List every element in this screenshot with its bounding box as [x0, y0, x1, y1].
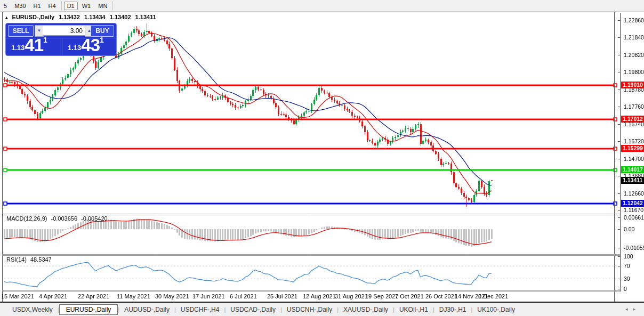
collapse-panel-icon[interactable]: ▴	[5, 15, 8, 20]
chart-tab-uk100-daily[interactable]: UK100-,Daily	[472, 304, 520, 315]
date-tick-label: 19 Sep 2021	[365, 293, 398, 299]
date-tick-label: 12 Aug 2021	[303, 293, 336, 299]
chart-tab-usdcnh-daily[interactable]: USDCNH-,Daily	[282, 304, 337, 315]
date-tick-label: 15 Mar 2021	[1, 293, 34, 299]
tab-scroll-right-icon[interactable]: ▸	[633, 306, 641, 312]
date-tick-label: 31 Aug 2021	[335, 293, 368, 299]
timeframe-toolbar: 5M30H1H4D1W1MN	[0, 0, 644, 12]
one-click-trading-panel: SELL ▼ 3.00 ▲ BUY 1.13411 1.13431	[5, 23, 117, 56]
rsi-value: 48.5347	[30, 256, 52, 263]
volume-input[interactable]: 3.00	[43, 25, 85, 36]
sell-price-display[interactable]: 1.13411	[7, 38, 62, 56]
date-tick-label: 6 Jul 2021	[230, 293, 257, 299]
macd-name: MACD(12,26,9)	[6, 215, 47, 222]
macd-main-value: -0.003656	[51, 215, 77, 222]
chart-tab-eurusd-daily[interactable]: EURUSD-,Daily	[59, 304, 118, 315]
buy-price-pips: 43	[81, 35, 100, 55]
date-tick-label: 22 Apr 2021	[78, 293, 109, 299]
price-tick-label: 1.12660	[624, 190, 644, 197]
rsi-name: RSI(14)	[6, 256, 27, 263]
price-tick-label: 1.17760	[624, 103, 644, 110]
ohlc-open: 1.13432	[59, 14, 80, 20]
level-price-label: 1.19010	[621, 82, 644, 88]
chart-tab-usdx-weekly[interactable]: USDX,Weekly	[7, 304, 58, 315]
date-tick-label: 2 Dec 2021	[478, 293, 508, 299]
timeframe-button-h4[interactable]: H4	[45, 2, 59, 10]
macd-tick-label: 0.00	[624, 226, 634, 232]
buy-price-prefix: 1.13	[68, 44, 81, 52]
macd-signal-value: -0.005420	[81, 215, 108, 222]
date-tick-label: 26 Oct 2021	[425, 293, 457, 299]
price-tick-label: 1.15720	[624, 138, 644, 144]
price-tick-label: 1.21840	[624, 34, 644, 40]
timeframe-button-5[interactable]: 5	[1, 2, 10, 10]
rsi-tick-label: 30	[624, 276, 630, 282]
timeframe-button-d1[interactable]: D1	[64, 2, 78, 10]
rsi-tick-label: 70	[624, 263, 630, 269]
chart-tab-xauusd-daily[interactable]: XAUUSD-,Daily	[339, 304, 393, 315]
price-tick-label: 1.22860	[624, 17, 644, 23]
price-tick-label: 1.14700	[624, 156, 644, 162]
price-tick-label: 1.11670	[624, 207, 643, 213]
buy-price-display[interactable]: 1.13431	[63, 38, 116, 56]
trading-terminal-window: 5M30H1H4D1W1MN ▴ EURUSD-,Daily 1.13432 1…	[0, 0, 644, 316]
timeframe-button-mn[interactable]: MN	[95, 2, 110, 10]
chart-ohlc-header: ▴ EURUSD-,Daily 1.13432 1.13434 1.13402 …	[5, 14, 159, 20]
macd-tick-label: 0.006611	[624, 214, 644, 221]
ohlc-low: 1.13402	[110, 14, 131, 20]
chart-tab-bar: USDX,Weekly|EURUSD-,Daily|AUDUSD-,Daily|…	[0, 303, 644, 316]
chart-tab-usdcad-daily[interactable]: USDCAD-,Daily	[226, 304, 280, 315]
buy-price-point: 1	[100, 36, 104, 44]
macd-tick-label: -0.010595	[624, 245, 644, 251]
rsi-tick-label: 0	[624, 286, 627, 292]
date-tick-label: 30 May 2021	[155, 293, 189, 299]
chart-symbol-label: EURUSD-,Daily	[12, 14, 54, 20]
price-tick-label: 1.20820	[624, 52, 644, 58]
timeframe-button-h1[interactable]: H1	[30, 2, 44, 10]
date-tick-label: 4 Apr 2021	[39, 293, 67, 299]
chart-tab-dj30-h1[interactable]: DJ30-,H1	[434, 304, 471, 315]
date-tick-label: 17 Jun 2021	[192, 293, 225, 299]
rsi-tick-label: 100	[624, 253, 633, 260]
price-tick-label: 1.19800	[624, 69, 644, 75]
timeframe-button-w1[interactable]: W1	[79, 2, 94, 10]
chart-tab-ukoil-h1[interactable]: UKOil-,H1	[395, 304, 433, 315]
timeframe-button-m30[interactable]: M30	[11, 2, 29, 10]
date-tick-label: 7 Oct 2021	[395, 293, 424, 299]
tab-scroll-arrows: ◂▸	[625, 306, 641, 312]
macd-indicator-label: MACD(12,26,9) -0.003656 -0.005420	[6, 215, 110, 222]
chart-tab-audusd-daily[interactable]: AUDUSD-,Daily	[119, 304, 174, 315]
toolbar-separator	[61, 1, 62, 10]
rsi-indicator-label: RSI(14) 48.5347	[6, 256, 54, 263]
level-price-label: 1.12042	[621, 200, 644, 207]
sell-price-point: 1	[43, 36, 47, 44]
toolbar-separator	[112, 1, 113, 10]
chart-tab-usdchf-h4[interactable]: USDCHF-,H4	[176, 304, 224, 315]
date-tick-label: 25 Jul 2021	[267, 293, 297, 299]
date-tick-label: 11 May 2021	[117, 293, 150, 299]
level-price-label: 1.14017	[621, 166, 644, 173]
level-price-label: 1.15299	[621, 145, 644, 152]
ohlc-close: 1.13411	[135, 14, 156, 20]
ohlc-high: 1.13434	[84, 14, 106, 20]
tab-scroll-left-icon[interactable]: ◂	[625, 306, 633, 312]
level-price-label: 1.17012	[621, 116, 644, 123]
sell-price-pips: 41	[25, 35, 43, 55]
current-price-label: 1.13411	[621, 177, 644, 184]
sell-price-prefix: 1.13	[11, 44, 25, 52]
